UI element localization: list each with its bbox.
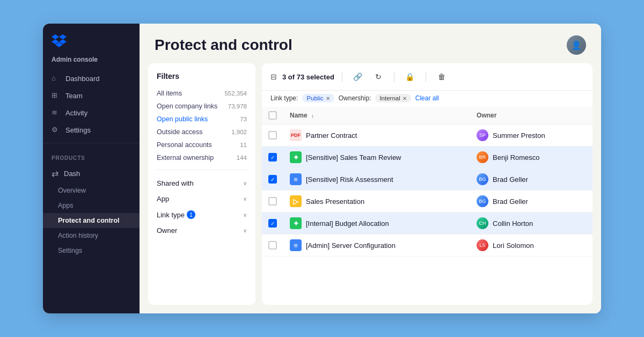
row-owner-cell: CH Collin Horton: [470, 213, 592, 235]
filter-public-links[interactable]: Open public links 73: [157, 113, 247, 126]
filter-external-ownership[interactable]: External ownership 144: [157, 151, 247, 164]
filter-outside-access[interactable]: Outside access 1,902: [157, 126, 247, 138]
share-action-button[interactable]: ↻: [370, 69, 386, 85]
filter-section-link-type[interactable]: Link type 1 ∨: [157, 207, 247, 223]
row-name-cell: ≡ [Admin] Server Configuration: [283, 235, 470, 257]
table-row[interactable]: ✦ [Sensitive] Sales Team Review BR Benji…: [262, 146, 592, 169]
settings-icon: ⚙: [52, 126, 60, 134]
file-name: Sales Presentation: [306, 197, 364, 206]
sidebar-sub-overview[interactable]: Overview: [43, 183, 140, 198]
row-checkbox-cell: [262, 124, 283, 146]
table-row[interactable]: ✦ [Internal] Budget Allocation CH Collin…: [262, 213, 592, 235]
row-checkbox-cell: [262, 146, 283, 169]
filters-title: Filters: [157, 72, 247, 80]
row-checkbox-5[interactable]: [268, 241, 277, 250]
filter-chips-bar: Link type: Public ✕ Ownership: Internal …: [262, 91, 592, 107]
header-checkbox-cell: [262, 107, 283, 124]
owner-name: Summer Preston: [493, 131, 545, 140]
sidebar-item-dash[interactable]: ⇄ Dash: [43, 164, 140, 183]
owner-name: Collin Horton: [493, 219, 533, 228]
avatar-image: 👤: [567, 35, 586, 55]
row-owner-cell: SP Summer Preston: [470, 124, 592, 146]
link-action-button[interactable]: 🔗: [350, 69, 366, 85]
row-checkbox-3[interactable]: [268, 197, 277, 206]
home-icon: ⌂: [52, 74, 60, 83]
table-row[interactable]: ≡ [Sensitive] Risk Assessment BG Brad Ge…: [262, 169, 592, 191]
row-owner-cell: LS Lori Solomon: [470, 235, 592, 257]
owner-avatar: SP: [477, 129, 488, 141]
sidebar-sub-protect[interactable]: Protect and control: [43, 213, 140, 228]
owner-avatar: BR: [477, 151, 488, 163]
main-header: Protect and control 👤: [140, 24, 601, 63]
filter-section-app[interactable]: App ∨: [157, 191, 247, 207]
dash-icon: ⇄: [52, 169, 58, 179]
public-chip-close[interactable]: ✕: [326, 96, 330, 101]
row-name-cell: PDF Partner Contract: [283, 124, 470, 146]
page-title: Protect and control: [155, 36, 292, 54]
toolbar-divider-1: [342, 71, 342, 82]
row-owner-cell: BR Benji Romesco: [470, 146, 592, 169]
table-row[interactable]: ▷ Sales Presentation BG Brad Geller: [262, 191, 592, 213]
file-type-icon: ✦: [290, 217, 302, 229]
row-checkbox-0[interactable]: [268, 131, 277, 140]
main-content: Protect and control 👤 Filters All items …: [140, 24, 601, 313]
sidebar-sub-apps[interactable]: Apps: [43, 198, 140, 213]
header-name: Name ↓: [283, 107, 470, 124]
files-table: Name ↓ Owner: [262, 107, 592, 257]
internal-chip[interactable]: Internal ✕: [375, 94, 411, 102]
sidebar-item-dashboard[interactable]: ⌂ Dashboard: [43, 70, 140, 87]
owner-avatar: BG: [477, 173, 488, 185]
activity-icon: ≋: [52, 108, 60, 117]
admin-console-label: Admin console: [43, 54, 140, 70]
sidebar-sub-settings[interactable]: Settings: [43, 243, 140, 258]
ownership-label: Ownership:: [339, 94, 371, 102]
dropbox-icon: [52, 33, 67, 48]
app-container: Admin console ⌂ Dashboard ⊞ Team ≋ Activ…: [43, 24, 601, 313]
sidebar-sub-action-history[interactable]: Action history: [43, 228, 140, 243]
select-all-checkbox[interactable]: [268, 111, 277, 120]
row-name-cell: ✦ [Sensitive] Sales Team Review: [283, 146, 470, 169]
row-checkbox-2[interactable]: [268, 175, 277, 184]
internal-chip-close[interactable]: ✕: [402, 96, 407, 101]
header-owner: Owner: [470, 107, 592, 124]
lock-action-button[interactable]: 🔒: [402, 69, 418, 85]
row-owner-cell: BG Brad Geller: [470, 169, 592, 191]
row-checkbox-4[interactable]: [268, 219, 277, 228]
row-checkbox-cell: [262, 213, 283, 235]
file-type-icon: ≡: [290, 239, 302, 251]
table-row[interactable]: PDF Partner Contract SP Summer Preston: [262, 124, 592, 146]
filter-company-links[interactable]: Open company links 73,978: [157, 100, 247, 113]
filter-personal-accounts[interactable]: Personal accounts 11: [157, 138, 247, 151]
filter-section-shared[interactable]: Shared with ∨: [157, 175, 247, 191]
delete-action-button[interactable]: 🗑: [434, 69, 450, 85]
sidebar-item-team[interactable]: ⊞ Team: [43, 87, 140, 104]
sidebar-item-activity[interactable]: ≋ Activity: [43, 104, 140, 121]
filter-section-owner[interactable]: Owner ∨: [157, 223, 247, 238]
filter-all-items[interactable]: All items 552,354: [157, 87, 247, 100]
row-name-cell: ▷ Sales Presentation: [283, 191, 470, 213]
table-header-row: Name ↓ Owner: [262, 107, 592, 124]
files-table-container: Name ↓ Owner: [262, 107, 592, 305]
users-icon: ⊞: [52, 91, 60, 100]
owner-name: Benji Romesco: [493, 153, 539, 162]
content-area: Filters All items 552,354 Open company l…: [140, 63, 601, 313]
clear-all-button[interactable]: Clear all: [415, 94, 439, 102]
sidebar-divider: [43, 143, 140, 143]
filters-panel: Filters All items 552,354 Open company l…: [148, 63, 255, 305]
owner-avatar: CH: [477, 217, 488, 229]
link-type-badge: 1: [187, 210, 195, 219]
file-name: [Admin] Server Configuration: [306, 241, 396, 250]
toolbar-divider-2: [394, 71, 394, 82]
sort-arrow-icon: ↓: [311, 113, 314, 119]
logo-area: [43, 24, 140, 54]
toolbar: ⊟ 3 of 73 selected 🔗 ↻ 🔒 🗑: [262, 63, 592, 91]
user-avatar[interactable]: 👤: [567, 35, 586, 55]
row-checkbox-cell: [262, 169, 283, 191]
row-owner-cell: BG Brad Geller: [470, 191, 592, 213]
public-chip[interactable]: Public ✕: [302, 94, 334, 102]
table-row[interactable]: ≡ [Admin] Server Configuration LS Lori S…: [262, 235, 592, 257]
row-checkbox-cell: [262, 235, 283, 257]
row-checkbox-1[interactable]: [268, 153, 277, 162]
sidebar-item-settings[interactable]: ⚙ Settings: [43, 121, 140, 138]
file-name: [Internal] Budget Allocation: [306, 219, 389, 228]
